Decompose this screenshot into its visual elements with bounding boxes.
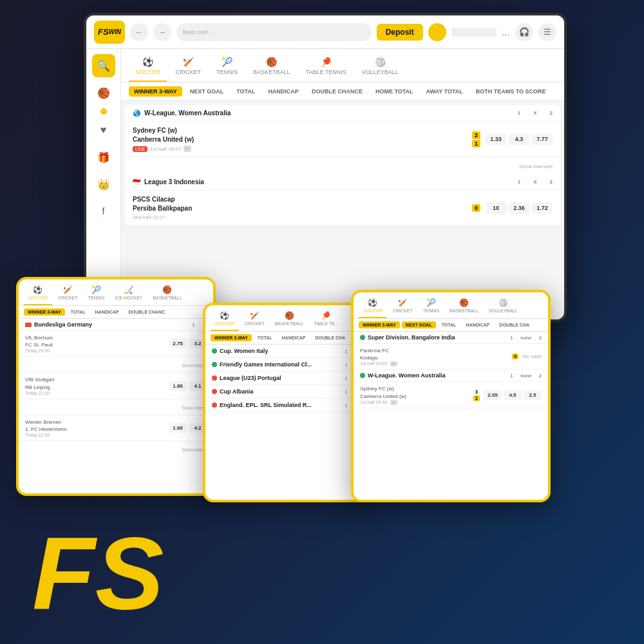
panel-left-tab-basketball[interactable]: 🏀 BASKETBALL (149, 283, 187, 305)
fwd-btn[interactable]: → (153, 23, 171, 41)
panel-left-tab-icehockey[interactable]: 🏒 ICE HOCKEY (110, 283, 147, 305)
laptop-screen: FSWIN ← → fswin.com Deposit ... 🎧 ☰ 🔍 🏀 (84, 13, 567, 322)
odd-pscs-1[interactable]: 10 (486, 202, 506, 214)
panel-right-tab-soccer[interactable]: ⚽ SOCCER (359, 296, 387, 318)
bet-bothteams[interactable]: BOTH TEAMS TO SCORE (471, 86, 551, 97)
panel-odd-sydney-right-2[interactable]: 2.5 (524, 390, 542, 400)
league-flag-wleague: 🌏 (133, 109, 140, 117)
panel-mid-league-cup-italy: Cup. Women Italy 1 X (205, 345, 368, 358)
panel-right-tab-volleyball[interactable]: 🏐 VOLLEYBALL (484, 296, 522, 318)
more-options-button[interactable]: ... (502, 26, 510, 38)
panel-left-bet-tabs: WINNER 3-WAY TOTAL HANDICAP DOUBLE CHANC (19, 306, 213, 319)
league-header-indonesia: 🇮🇩 League 3 Indonesia 1 X 2 (125, 174, 560, 191)
bet-awaytotal[interactable]: AWAY TOTAL (421, 86, 468, 97)
panel-odd-stuttgart-1[interactable]: 1.89 (169, 381, 187, 391)
panel-left-total[interactable]: TOTAL (67, 308, 90, 316)
panel-left-icehockey-icon: 🏒 (124, 285, 133, 294)
sidebar-icon-facebook[interactable]: f (92, 200, 115, 223)
panel-left-stuttgart-odds: 1.89 4.1 (169, 381, 207, 391)
panel-mid-tab-tabletennis[interactable]: 🏓 TABLE TE... (309, 309, 343, 331)
panel-left-soccer-icon: ⚽ (33, 285, 43, 294)
panel-left-handicap[interactable]: HANDICAP (91, 308, 123, 316)
odds-group-pscs: 10 2.36 1.72 (486, 202, 553, 214)
panel-left-stuttgart-info: VfB StuttgartRB Leipzig Today 22:30 (25, 376, 169, 395)
tab-basketball[interactable]: 🏀 BASKETBALL (247, 54, 297, 82)
bet-handicap[interactable]: HANDICAP (263, 86, 304, 97)
panel-left-bochum-time: Today 20:30 (25, 348, 169, 353)
sidebar-dot (100, 108, 107, 115)
url-text: fswin.com (183, 29, 209, 35)
league-name-wleague: W-League. Women Australia (144, 109, 231, 117)
tab-tennis[interactable]: 🎾 TENNIS (210, 54, 244, 82)
panel-mid-cricket-icon: 🏏 (250, 311, 260, 320)
panel-odd-bochum-1[interactable]: 2.75 (169, 339, 187, 348)
u23-flag (212, 375, 217, 381)
sidebar-icon-basketball[interactable]: 🏀 (92, 81, 115, 104)
panel-mid-league-albania: Cup Albania 1 X (205, 385, 368, 399)
panel-mid-league-friendly: Friendly Games International Cl... 1 X (205, 358, 368, 372)
bet-total[interactable]: TOTAL (231, 86, 260, 97)
tab-volleyball[interactable]: 🏐 VOLLEYBALL (355, 54, 405, 82)
panel-right-handicap[interactable]: HANDICAP (462, 321, 493, 328)
panel-mid-winner3way[interactable]: WINNER 3-WAY (211, 334, 252, 341)
odd-1[interactable]: 1.33 (486, 133, 506, 145)
panel-left-tab-soccer[interactable]: ⚽ SOCCER (24, 283, 52, 305)
tab-cricket[interactable]: 🏏 CRICKET (169, 54, 208, 82)
panel-right-tab-tennis[interactable]: 🎾 TENNIS (419, 296, 444, 318)
sidebar-icon-gift[interactable]: 🎁 (92, 146, 115, 169)
edit-icon-sydney-right: ✏ (390, 400, 397, 405)
bet-doublechance[interactable]: DOUBLE CHANCE (307, 86, 368, 97)
tennis-icon: 🎾 (222, 57, 232, 67)
panel-left-tab-cricket[interactable]: 🏏 CRICKET (53, 283, 82, 305)
sidebar-icon-crown[interactable]: 👑 (92, 173, 115, 196)
odd-pscs-2[interactable]: 1.72 (532, 202, 553, 214)
panel-left-werder-odds: 1.68 4.2 (169, 423, 207, 433)
panel-right-cricket-icon: 🏏 (398, 298, 408, 307)
back-btn[interactable]: ← (130, 23, 148, 41)
panel-mid-handicap[interactable]: HANDICAP (278, 334, 310, 341)
panel-mid-total[interactable]: TOTAL (254, 334, 276, 341)
panel-right-tab-cricket[interactable]: 🏏 CRICKET (388, 296, 417, 318)
panel-right-doublechance[interactable]: DOUBLE CHA (495, 321, 533, 328)
sidebar-icon-heart[interactable]: ♥ (92, 118, 115, 142)
sidebar-icon-search[interactable]: 🔍 (92, 54, 115, 77)
panel-odd-werder-1[interactable]: 1.68 (169, 423, 187, 433)
deposit-button[interactable]: Deposit (377, 24, 423, 41)
panel-left-doublechance[interactable]: DOUBLE CHANC (125, 308, 169, 316)
panel-mid-tab-soccer[interactable]: ⚽ SOCCER (211, 309, 239, 331)
edit-icon: ✏ (184, 146, 191, 152)
odd-x[interactable]: 4.3 (509, 133, 529, 145)
panel-left-winner3way[interactable]: WINNER 3-WAY (24, 308, 65, 316)
bet-hometotal[interactable]: HOME TOTAL (370, 86, 419, 97)
match-info-pscs: PSCS CilacapPersiba Balikpapan 2nd half … (133, 195, 472, 220)
match-teams-pscs: PSCS CilacapPersiba Balikpapan (133, 195, 472, 213)
laptop-device: FSWIN ← → fswin.com Deposit ... 🎧 ☰ 🔍 🏀 (84, 13, 567, 322)
bundesliga-flag (25, 323, 32, 327)
panel-right-sydney-info: Sydney FC (w)Canberra United (w) 1st hal… (360, 385, 473, 404)
fs-logo-large: FS (32, 522, 164, 625)
panel-odd-sydney-right-1[interactable]: 2.05 (484, 390, 502, 400)
panel-mid-tab-basketball[interactable]: 🏀 BASKETBALL (270, 309, 308, 331)
odd-pscs-x[interactable]: 2.36 (509, 202, 529, 214)
tab-soccer[interactable]: ⚽ SOCCER (129, 54, 167, 82)
panel-right-winner3way[interactable]: WINNER 3-WAY (359, 321, 400, 328)
panel-right-sports-tabs: ⚽ SOCCER 🏏 CRICKET 🎾 TENNIS 🏀 BASKETBALL… (354, 292, 548, 319)
sports-tabs: ⚽ SOCCER 🏏 CRICKET 🎾 TENNIS 🏀 BASKETBALL (121, 49, 564, 82)
odd-2[interactable]: 7.77 (532, 133, 553, 145)
panel-left-tab-tennis[interactable]: 🎾 TENNIS (84, 283, 109, 305)
panel-right-nextgoal[interactable]: NEXT GOAL (402, 321, 436, 328)
panel-mid-league-u23: League (U23) Portugal 1 X (205, 372, 368, 385)
league-header-wleague: 🌏 W-League. Women Australia 1 X 2 (125, 105, 560, 122)
bet-winner3way[interactable]: WINNER 3-WAY (129, 86, 182, 97)
panel-mid-tab-cricket[interactable]: 🏏 CRICKET (240, 309, 269, 331)
menu-icon[interactable]: ☰ (538, 23, 556, 41)
show-intervals-btn[interactable]: Show intervals (519, 164, 553, 169)
panel-right-total[interactable]: TOTAL (438, 321, 460, 328)
bet-nextgoal[interactable]: NEXT GOAL (185, 86, 229, 97)
tab-tabletennis[interactable]: 🏓 TABLE TENNIS (299, 54, 353, 82)
panel-left-match-bochum: VfL BochumFC St. Pauli Today 20:30 2.75 … (19, 331, 213, 357)
panel-odd-sydney-right-x[interactable]: 4.5 (504, 390, 522, 400)
headset-icon[interactable]: 🎧 (515, 23, 533, 41)
panel-mid-doublechance[interactable]: DOUBLE CHA (312, 334, 350, 341)
panel-right-tab-basketball[interactable]: 🏀 BASKETBALL (445, 296, 483, 318)
